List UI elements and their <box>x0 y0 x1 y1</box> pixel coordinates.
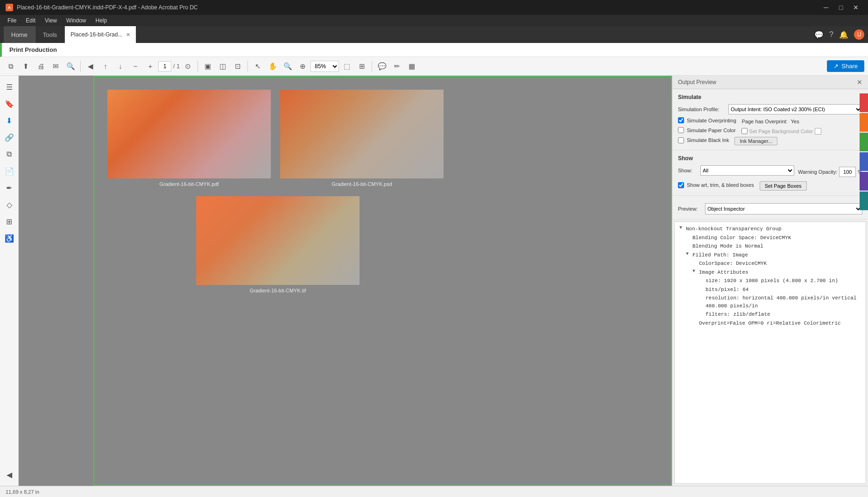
sidebar-icon-bookmarks[interactable]: 🔖 <box>2 96 17 111</box>
tree-row-0: ▼ Non-knockout Transparency Group <box>677 225 863 234</box>
simulate-overprinting-label: Simulate Overprinting <box>687 118 736 123</box>
simulate-overprinting-checkbox[interactable] <box>678 117 684 123</box>
sidebar-icon-signatures[interactable]: ✒ <box>2 180 17 195</box>
accent-tab-red[interactable] <box>860 93 868 112</box>
accent-tab-teal[interactable] <box>860 192 868 210</box>
tree-row-5: ▼ Image Attributes <box>691 268 863 277</box>
page-input[interactable]: 1 <box>158 61 171 71</box>
prev-page-button[interactable]: ↑ <box>99 59 113 73</box>
notification-icon[interactable]: 🔔 <box>839 30 848 39</box>
gradient-image-psd[interactable] <box>280 90 444 178</box>
fit-width-button[interactable]: ◫ <box>216 59 230 73</box>
user-avatar[interactable]: U <box>854 29 864 40</box>
accent-tab-orange[interactable] <box>860 113 868 132</box>
canvas-area: Gradient-16-bit-CMYK.pdf Gradient-16-bit… <box>19 76 672 486</box>
sidebar-icon-shapes[interactable]: ◇ <box>2 197 17 212</box>
show-select[interactable]: All <box>700 165 794 176</box>
email-button[interactable]: ✉ <box>49 59 63 73</box>
next-page-button[interactable]: ↓ <box>113 59 127 73</box>
simulate-black-ink-checkbox[interactable] <box>678 137 684 143</box>
loupe-tool[interactable]: ⊞ <box>355 59 369 73</box>
preview-select[interactable]: Object Inspector <box>705 203 862 214</box>
app-icon: A <box>6 4 13 11</box>
zoom-select[interactable]: 85% 100% 150% <box>311 61 339 72</box>
accent-tabs <box>860 93 868 210</box>
simulate-paper-color-label: Simulate Paper Color <box>687 128 736 133</box>
print-button[interactable]: 🖨 <box>34 59 48 73</box>
show-art-trim-label: Show art, trim, & bleed boxes <box>687 182 754 188</box>
tab-tools[interactable]: Tools <box>35 26 65 43</box>
help-icon[interactable]: ? <box>829 30 833 39</box>
menu-edit[interactable]: Edit <box>22 16 39 25</box>
back-button[interactable]: ◀ <box>84 59 98 73</box>
tree-expand-5[interactable]: ▼ <box>692 269 698 274</box>
tree-row-3: ▼ Filled Path: Image <box>684 251 863 260</box>
marquee-zoom[interactable]: ⬚ <box>340 59 354 73</box>
close-button[interactable]: ✕ <box>849 1 862 14</box>
sidebar-icon-content[interactable]: 📄 <box>2 163 17 178</box>
share-button[interactable]: ↗ Share <box>827 60 864 72</box>
accent-tab-purple[interactable] <box>860 172 868 191</box>
left-sidebar: ☰ 🔖 ⬇ 🔗 ⧉ 📄 ✒ ◇ ⊞ ♿ ◀ <box>0 76 19 486</box>
tree-row-1: Blending Color Space: DeviceCMYK <box>684 234 863 242</box>
comment-icon[interactable]: 💬 <box>814 30 824 39</box>
accent-tab-green[interactable] <box>860 133 868 151</box>
tab-document[interactable]: Placed-16-bit-Grad... ✕ <box>65 26 136 43</box>
menu-help[interactable]: Help <box>92 16 111 25</box>
two-page-button[interactable]: ⊡ <box>231 59 245 73</box>
tree-row-2: Blending Mode is Normal <box>684 242 863 251</box>
sidebar-icon-pages[interactable]: ☰ <box>2 79 17 94</box>
simulate-paper-color-checkbox[interactable] <box>678 127 684 133</box>
share-icon: ↗ <box>833 63 839 70</box>
tree-text-6: size: 1920 x 1080 pixels (4.800 x 2.700 … <box>706 277 838 285</box>
accent-tab-blue[interactable] <box>860 152 868 171</box>
menu-view[interactable]: View <box>41 16 61 25</box>
tree-expand-0[interactable]: ▼ <box>679 225 685 230</box>
sidebar-collapse-icon[interactable]: ◀ <box>2 467 17 482</box>
layers-button[interactable]: ⧉ <box>4 59 18 73</box>
select-tool[interactable]: ↖ <box>251 59 265 73</box>
maximize-button[interactable]: □ <box>834 1 847 14</box>
zoom-in-button[interactable]: + <box>143 59 157 73</box>
tab-home[interactable]: Home <box>4 26 35 43</box>
tree-expand-3[interactable]: ▼ <box>686 251 692 256</box>
image-block-psd: Gradient-16-bit-CMYK.psd <box>280 90 444 187</box>
fit-page-button[interactable]: ⊙ <box>181 59 195 73</box>
sidebar-icon-tools[interactable]: ⬇ <box>2 113 17 128</box>
hand-tool[interactable]: ✋ <box>266 59 280 73</box>
show-art-trim-checkbox[interactable] <box>678 182 684 188</box>
sidebar-icon-attachments[interactable]: 🔗 <box>2 130 17 145</box>
sidebar-icon-layers[interactable]: ⧉ <box>2 147 17 162</box>
tree-row-10: Overprint=False OPM=0 ri=Relative Colori… <box>691 319 863 328</box>
bg-color-swatch[interactable] <box>815 128 821 135</box>
highlight-tool[interactable]: ▦ <box>405 59 419 73</box>
minimize-button[interactable]: ─ <box>819 1 833 14</box>
menu-bar: File Edit View Window Help <box>0 15 868 26</box>
set-page-bg-label: Set Page Background Color <box>749 128 813 134</box>
image-block-tif: Gradient-16-bit-CMYK.tif <box>196 196 360 293</box>
tab-close-icon[interactable]: ✕ <box>126 32 130 38</box>
comment-tool[interactable]: 💬 <box>375 59 389 73</box>
panel-close-button[interactable]: ✕ <box>857 78 862 86</box>
title-bar: A Placed-16-bit-Gradient-CMYK.indd-PDF-X… <box>0 0 868 15</box>
set-page-boxes-button[interactable]: Set Page Boxes <box>760 181 807 191</box>
upload-button[interactable]: ⬆ <box>19 59 33 73</box>
set-page-bg-checkbox[interactable] <box>741 128 748 134</box>
zoom-in-tool[interactable]: ⊕ <box>296 59 310 73</box>
simulation-profile-select[interactable]: Output Intent: ISO Coated v2 300% (ECI) <box>728 104 862 114</box>
zoom-tool[interactable]: 🔍 <box>281 59 295 73</box>
gradient-image-pdf[interactable] <box>107 90 271 178</box>
warning-opacity-input[interactable]: 100 <box>839 167 856 177</box>
sidebar-icon-accessibility[interactable]: ♿ <box>2 231 17 246</box>
image-label-tif: Gradient-16-bit-CMYK.tif <box>250 288 306 293</box>
menu-file[interactable]: File <box>4 16 20 25</box>
ink-manager-button[interactable]: Ink Manager... <box>734 137 777 145</box>
gradient-image-tif[interactable] <box>196 196 360 285</box>
menu-window[interactable]: Window <box>63 16 90 25</box>
pen-tool[interactable]: ✏ <box>390 59 404 73</box>
actual-size-button[interactable]: ▣ <box>201 59 215 73</box>
zoom-out-button[interactable]: − <box>128 59 142 73</box>
sidebar-icon-collections[interactable]: ⊞ <box>2 214 17 229</box>
tree-text-10: Overprint=False OPM=0 ri=Relative Colori… <box>699 320 841 327</box>
search-button[interactable]: 🔍 <box>64 59 78 73</box>
